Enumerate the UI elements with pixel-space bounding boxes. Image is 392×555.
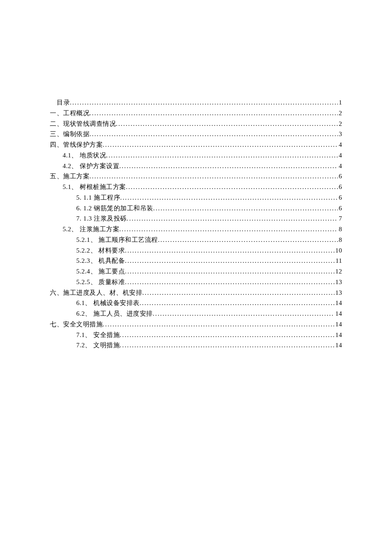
toc-entry: 五、施工方案6 [50, 171, 342, 182]
toc-page-number: 6 [338, 203, 342, 214]
toc-page-number: 14 [334, 319, 342, 330]
toc-page-number: 4 [338, 139, 342, 150]
toc-entry: 6.1、 机械设备安排表 14 [50, 298, 342, 308]
toc-label: 6. 1.2 钢筋笼的加工和吊装 [76, 203, 153, 214]
toc-page-number: 6 [338, 171, 342, 182]
toc-label: 一、工程概况 [50, 108, 89, 119]
toc-label: 7. 1.3 注浆及投砾 [76, 213, 127, 224]
toc-label: 四、管线保护方案 [50, 139, 103, 150]
toc-entry: 七、安全文明措施14 [50, 319, 342, 330]
toc-label: 5.1、 树根桩施工方案 [63, 182, 126, 192]
toc-label: 6.1、 机械设备安排表 [76, 298, 140, 308]
toc-leader-dots [70, 97, 338, 108]
toc-leader-dots [142, 288, 334, 298]
toc-leader-dots [140, 298, 335, 308]
toc-leader-dots [119, 161, 338, 171]
toc-entry: 5. 1.1 施工程序 6 [50, 192, 342, 203]
toc-leader-dots [158, 235, 338, 245]
toc-page-number: 2 [338, 108, 342, 119]
toc-label: 7.2、 文明措施 [76, 340, 120, 351]
toc-label: 二、现状管线调查情况 [50, 119, 116, 129]
toc-leader-dots [153, 203, 338, 214]
toc-page-number: 3 [338, 129, 342, 139]
toc-page-number: 14 [334, 330, 342, 340]
toc-entry: 4.2、 保护方案设置 4 [50, 161, 342, 171]
toc-page-number: 6 [338, 192, 342, 203]
toc-leader-dots [125, 245, 334, 256]
toc-entry: 三、编制依据3 [50, 129, 342, 139]
toc-leader-dots [106, 150, 338, 161]
toc-entry: 5.1、 树根桩施工方案 6 [50, 182, 342, 192]
table-of-contents: 目录1一、工程概况2二、现状管线调查情况2三、编制依据3四、管线保护方案44.1… [50, 97, 342, 351]
toc-leader-dots [126, 182, 338, 192]
toc-label: 5.2.5、 质量标准 [76, 277, 125, 288]
toc-entry: 一、工程概况2 [50, 108, 342, 119]
toc-page-number: 12 [334, 266, 342, 277]
toc-label: 5.2.1、 施工顺序和工艺流程 [76, 235, 158, 245]
toc-label: 三、编制依据 [50, 129, 89, 139]
toc-entry: 7.1、 安全措施 14 [50, 330, 342, 340]
toc-label: 5. 1.1 施工程序 [76, 192, 120, 203]
toc-entry: 6. 1.2 钢筋笼的加工和吊装 6 [50, 203, 342, 214]
toc-entry: 六、施工进度及人、材、机安排13 [50, 288, 342, 298]
toc-page-number: 14 [334, 298, 342, 308]
toc-page-number: 8 [338, 235, 342, 245]
toc-leader-dots [119, 224, 338, 235]
toc-page-number: 13 [334, 277, 342, 288]
toc-page-number: 13 [334, 288, 342, 298]
toc-label: 六、施工进度及人、材、机安排 [50, 288, 142, 298]
toc-leader-dots [125, 256, 334, 266]
toc-label: 5.2.3、 机具配备 [76, 256, 125, 266]
toc-page-number: 14 [334, 308, 342, 319]
toc-label: 4.2、 保护方案设置 [63, 161, 119, 171]
toc-leader-dots [103, 319, 334, 330]
toc-page-number: 7 [338, 213, 342, 224]
toc-entry: 5.2.1、 施工顺序和工艺流程 8 [50, 235, 342, 245]
toc-page-number: 8 [338, 224, 342, 235]
toc-entry: 5.2.4、 施工要点 12 [50, 266, 342, 277]
toc-label: 4.1、 地质状况 [63, 150, 106, 161]
toc-page-number: 10 [334, 245, 342, 256]
toc-leader-dots [120, 330, 334, 340]
toc-label: 七、安全文明措施 [50, 319, 103, 330]
toc-entry: 6.2、 施工人员、进度安排 14 [50, 308, 342, 319]
toc-entry: 5.2.2、 材料要求 10 [50, 245, 342, 256]
toc-label: 五、施工方案 [50, 171, 89, 182]
toc-page-number: 11 [335, 256, 342, 266]
toc-leader-dots [103, 139, 338, 150]
toc-entry: 二、现状管线调查情况2 [50, 119, 342, 129]
toc-page-number: 14 [334, 340, 342, 351]
toc-label: 5.2.2、 材料要求 [76, 245, 125, 256]
toc-page-number: 1 [338, 97, 342, 108]
toc-page-number: 2 [338, 119, 342, 129]
toc-entry: 目录1 [50, 97, 342, 108]
toc-label: 7.1、 安全措施 [76, 330, 120, 340]
toc-entry: 5.2、 注浆施工方案 8 [50, 224, 342, 235]
toc-entry: 5.2.5、 质量标准 13 [50, 277, 342, 288]
toc-leader-dots [89, 129, 338, 139]
toc-label: 6.2、 施工人员、进度安排 [76, 308, 153, 319]
toc-entry: 四、管线保护方案4 [50, 139, 342, 150]
toc-entry: 5.2.3、 机具配备 11 [50, 256, 342, 266]
toc-leader-dots [89, 171, 338, 182]
toc-entry: 7.2、 文明措施 14 [50, 340, 342, 351]
toc-entry: 4.1、 地质状况 4 [50, 150, 342, 161]
toc-entry: 7. 1.3 注浆及投砾 7 [50, 213, 342, 224]
toc-leader-dots [127, 213, 338, 224]
toc-page-number: 4 [338, 161, 342, 171]
toc-leader-dots [120, 192, 338, 203]
toc-page-number: 6 [338, 182, 342, 192]
toc-label: 5.2.4、 施工要点 [76, 266, 125, 277]
toc-page-number: 4 [338, 150, 342, 161]
toc-label: 5.2、 注浆施工方案 [63, 224, 119, 235]
toc-leader-dots [153, 308, 335, 319]
toc-leader-dots [125, 277, 334, 288]
toc-leader-dots [120, 340, 334, 351]
toc-leader-dots [125, 266, 334, 277]
toc-leader-dots [116, 119, 338, 129]
toc-label: 目录 [57, 97, 70, 108]
toc-leader-dots [89, 108, 338, 119]
